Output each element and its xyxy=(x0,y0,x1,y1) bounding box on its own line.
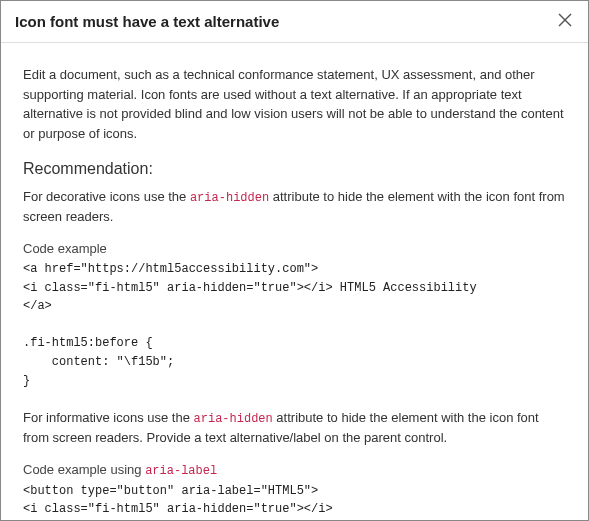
code-example-2: <button type="button" aria-label="HTML5"… xyxy=(23,482,566,520)
close-button[interactable] xyxy=(556,11,574,32)
dialog-header: Icon font must have a text alternative xyxy=(1,1,588,43)
dialog-body: Edit a document, such as a technical con… xyxy=(1,43,588,520)
dialog-title: Icon font must have a text alternative xyxy=(15,13,279,30)
intro-text: Edit a document, such as a technical con… xyxy=(23,65,566,143)
code-example-1: <a href="https://html5accessibility.com"… xyxy=(23,260,566,390)
label-text: Code example using xyxy=(23,462,145,477)
code-example-label-2: Code example using aria-label xyxy=(23,460,566,480)
recommendation-heading: Recommendation: xyxy=(23,157,566,181)
para-text: For decorative icons use the xyxy=(23,189,190,204)
informative-icons-para: For informative icons use the aria-hidde… xyxy=(23,408,566,448)
aria-hidden-code: aria-hidden xyxy=(190,191,269,205)
aria-label-code: aria-label xyxy=(145,464,217,478)
decorative-icons-para: For decorative icons use the aria-hidden… xyxy=(23,187,566,227)
aria-hidden-code: aria-hidden xyxy=(194,412,273,426)
dialog: Icon font must have a text alternative E… xyxy=(0,0,589,521)
code-example-label: Code example xyxy=(23,239,566,259)
para-text: For informative icons use the xyxy=(23,410,194,425)
close-icon xyxy=(558,13,572,30)
